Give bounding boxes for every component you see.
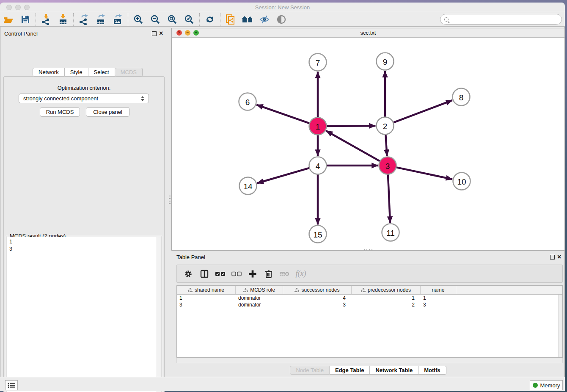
column-header-successor-nodes[interactable]: successor nodes bbox=[283, 286, 352, 294]
cell-name[interactable]: 3 bbox=[421, 301, 456, 308]
graph-node-3[interactable]: 3 bbox=[379, 157, 396, 174]
column-header-predecessor-nodes[interactable]: predecessor nodes bbox=[352, 286, 421, 294]
network-graph-canvas[interactable]: 7968124314101511 bbox=[172, 38, 564, 251]
graph-edge-3-11[interactable] bbox=[388, 172, 390, 223]
tab-network[interactable]: Network bbox=[33, 68, 65, 77]
zoom-selected-button[interactable] bbox=[181, 13, 198, 26]
menu-list-button[interactable] bbox=[5, 380, 18, 390]
cell-shared-name[interactable]: 1 bbox=[177, 295, 236, 301]
export-image-button[interactable] bbox=[109, 13, 126, 26]
graph-edge-2-3[interactable] bbox=[385, 133, 387, 156]
delete-table-button-disabled bbox=[277, 266, 293, 282]
network-window-titlebar[interactable]: × − + scc.txt bbox=[172, 28, 564, 38]
cell-successor-nodes[interactable]: 4 bbox=[283, 295, 352, 301]
cell-mcds-role[interactable]: dominator bbox=[236, 295, 283, 301]
tab-mcds[interactable]: MCDS bbox=[115, 68, 143, 77]
graph-edge-1-2[interactable] bbox=[325, 126, 375, 126]
tab-edge-table[interactable]: Edge Table bbox=[330, 366, 370, 375]
export-image-icon bbox=[113, 14, 123, 25]
open-session-button[interactable] bbox=[0, 13, 17, 26]
graph-node-15[interactable]: 15 bbox=[309, 226, 327, 243]
tab-motifs[interactable]: Motifs bbox=[418, 366, 446, 375]
delete-column-button[interactable] bbox=[261, 266, 277, 282]
cell-name[interactable]: 1 bbox=[421, 295, 456, 301]
graph-node-7[interactable]: 7 bbox=[309, 54, 327, 71]
graph-edge-3-10[interactable] bbox=[394, 167, 452, 179]
graph-node-2[interactable]: 2 bbox=[377, 117, 394, 135]
import-table-button[interactable] bbox=[55, 13, 72, 26]
float-table-panel-icon[interactable] bbox=[550, 255, 555, 259]
main-toolbar bbox=[0, 12, 565, 27]
export-table-button[interactable] bbox=[92, 13, 109, 26]
eye-icon bbox=[276, 14, 286, 25]
table-horizontal-scrollbar[interactable] bbox=[176, 358, 563, 363]
cell-shared-name[interactable]: 3 bbox=[177, 301, 236, 308]
close-view-icon[interactable]: × bbox=[176, 30, 182, 36]
function-builder-button-disabled: f(x) bbox=[293, 266, 309, 282]
run-mcds-button[interactable]: Run MCDS bbox=[40, 107, 80, 117]
panel-splitter-grip[interactable] bbox=[169, 196, 171, 205]
graph-node-14[interactable]: 14 bbox=[239, 177, 257, 195]
tab-style[interactable]: Style bbox=[65, 68, 88, 77]
cell-predecessor-nodes[interactable]: 1 bbox=[352, 295, 421, 301]
graph-node-8[interactable]: 8 bbox=[453, 88, 470, 106]
deselect-all-columns-button[interactable] bbox=[228, 266, 245, 282]
table-row[interactable]: 1 dominator 4 1 1 bbox=[177, 295, 562, 301]
zoom-in-icon bbox=[133, 14, 143, 25]
tab-node-table[interactable]: Node Table bbox=[290, 366, 330, 375]
graph-edge-3-1[interactable] bbox=[326, 131, 382, 162]
graph-edge-2-8[interactable] bbox=[391, 100, 452, 123]
import-network-button[interactable] bbox=[38, 13, 55, 26]
close-panel-button[interactable]: Close panel bbox=[86, 107, 129, 117]
table-vertical-scrollbar[interactable] bbox=[558, 295, 562, 357]
show-all-button[interactable] bbox=[273, 13, 290, 26]
close-table-panel-icon[interactable]: × bbox=[557, 254, 561, 259]
graph-node-11[interactable]: 11 bbox=[382, 224, 399, 241]
show-column-panel-button[interactable] bbox=[196, 266, 212, 282]
minimize-window-icon[interactable] bbox=[15, 5, 21, 10]
memory-button[interactable]: Memory bbox=[530, 380, 563, 390]
network-view-window: × − + scc.txt 7968124314101511 bbox=[171, 28, 565, 251]
float-panel-icon[interactable] bbox=[152, 31, 157, 36]
search-input[interactable] bbox=[440, 14, 562, 25]
title-bar[interactable]: Session: New Session bbox=[0, 3, 565, 12]
hide-selected-button[interactable] bbox=[256, 13, 273, 26]
export-network-button[interactable] bbox=[75, 13, 92, 26]
select-all-columns-button[interactable] bbox=[212, 266, 228, 282]
zoom-fit-button[interactable] bbox=[164, 13, 181, 26]
node-table[interactable]: shared name MCDS role successor nodes pr… bbox=[176, 285, 563, 358]
first-neighbors-button[interactable] bbox=[239, 13, 256, 26]
graph-edge-1-6[interactable] bbox=[256, 105, 311, 124]
result-scrollbar[interactable] bbox=[157, 237, 161, 392]
graph-edge-4-14[interactable] bbox=[257, 168, 311, 183]
checked-boxes-icon bbox=[215, 271, 226, 276]
new-network-from-selection-button[interactable] bbox=[222, 13, 239, 26]
tab-select[interactable]: Select bbox=[88, 68, 115, 77]
minimize-view-icon[interactable]: − bbox=[185, 30, 190, 36]
graph-node-9[interactable]: 9 bbox=[377, 53, 394, 70]
column-header-name[interactable]: name bbox=[421, 286, 456, 294]
graph-node-10[interactable]: 10 bbox=[453, 173, 471, 190]
tab-network-table[interactable]: Network Table bbox=[370, 366, 418, 375]
column-header-mcds-role[interactable]: MCDS role bbox=[236, 286, 283, 294]
column-header-shared-name[interactable]: shared name bbox=[177, 286, 236, 294]
refresh-button[interactable] bbox=[201, 13, 218, 26]
add-column-button[interactable] bbox=[245, 266, 261, 282]
graph-node-1[interactable]: 1 bbox=[309, 118, 327, 135]
close-window-icon[interactable] bbox=[6, 5, 12, 10]
graph-node-6[interactable]: 6 bbox=[239, 93, 256, 110]
cell-mcds-role[interactable]: dominator bbox=[236, 301, 283, 308]
zoom-window-icon[interactable] bbox=[24, 5, 30, 10]
graph-node-4[interactable]: 4 bbox=[309, 157, 327, 174]
mcds-result-text[interactable]: 1 3 bbox=[7, 237, 161, 392]
maximize-view-icon[interactable]: + bbox=[193, 30, 199, 36]
zoom-in-button[interactable] bbox=[130, 13, 147, 26]
table-row[interactable]: 3 dominator 3 2 3 bbox=[177, 301, 562, 308]
table-settings-button[interactable] bbox=[180, 266, 196, 282]
cell-predecessor-nodes[interactable]: 2 bbox=[352, 301, 421, 308]
criterion-select[interactable]: strongly connected component bbox=[19, 94, 149, 103]
zoom-out-button[interactable] bbox=[147, 13, 164, 26]
cell-successor-nodes[interactable]: 3 bbox=[283, 301, 352, 308]
save-session-button[interactable] bbox=[17, 13, 34, 26]
close-panel-icon[interactable]: × bbox=[159, 31, 163, 36]
